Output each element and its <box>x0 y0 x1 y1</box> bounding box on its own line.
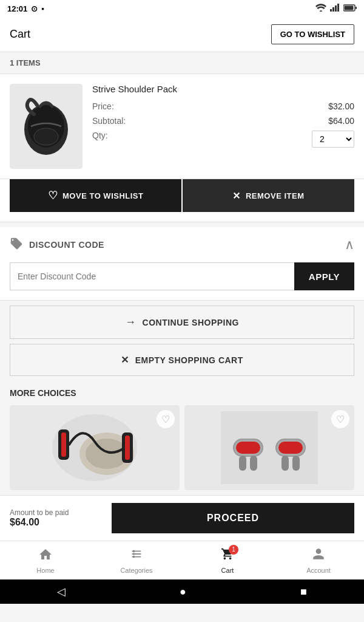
svg-rect-22 <box>250 456 257 471</box>
item-details: Strive Shoulder Pack Price: $32.00 Subto… <box>92 84 354 169</box>
cart-badge: 1 <box>229 545 238 555</box>
back-button[interactable]: ◁ <box>57 585 66 598</box>
svg-rect-21 <box>239 456 246 471</box>
action-buttons: ♡ MOVE TO WISHLIST ✕ REMOVE ITEM <box>0 179 364 222</box>
svg-rect-16 <box>125 436 130 460</box>
qty-label: Qty: <box>92 131 108 148</box>
nav-cart-label: Cart <box>221 567 234 574</box>
choice-card-1[interactable]: ♡ <box>10 405 180 490</box>
nav-account-label: Account <box>306 567 331 574</box>
svg-point-9 <box>34 128 58 145</box>
price-row: Price: $32.00 <box>92 101 354 111</box>
proceed-button[interactable]: PROCEED <box>112 503 354 533</box>
svg-rect-27 <box>292 456 300 471</box>
amount-label: Amount to be paid <box>10 508 102 517</box>
svg-rect-0 <box>330 9 332 12</box>
product-image-1 <box>10 405 180 490</box>
go-to-wishlist-button[interactable]: GO TO WISHLIST <box>271 24 354 44</box>
subtotal-value: $64.00 <box>328 116 354 126</box>
svg-point-28 <box>133 550 135 552</box>
arrow-right-icon: → <box>125 316 136 329</box>
empty-cart-button[interactable]: ✕ EMPTY SHOPPING CART <box>10 344 354 376</box>
time-display: 12:01 <box>7 4 27 13</box>
subtotal-row: Subtotal: $64.00 <box>92 116 354 126</box>
page-header: Cart GO TO WISHLIST <box>0 17 364 52</box>
product-image-2 <box>184 405 354 490</box>
discount-code-input[interactable] <box>10 262 294 290</box>
svg-rect-3 <box>337 4 339 12</box>
android-nav: ◁ ● ■ <box>0 579 364 604</box>
cart-item: Strive Shoulder Pack Price: $32.00 Subto… <box>10 84 354 169</box>
bottom-nav: Home Categories 1 Cart Account <box>0 541 364 579</box>
more-choices-grid: ♡ <box>10 405 354 490</box>
nav-home[interactable]: Home <box>0 541 91 579</box>
nav-categories-label: Categories <box>120 567 152 574</box>
svg-rect-26 <box>281 456 289 471</box>
home-button[interactable]: ● <box>180 586 186 598</box>
subtotal-label: Subtotal: <box>92 116 126 126</box>
items-count: 1 ITEMS <box>0 52 364 74</box>
svg-rect-6 <box>356 7 357 9</box>
discount-input-row: APPLY <box>0 262 364 300</box>
tag-icon <box>10 237 23 253</box>
svg-rect-20 <box>236 442 260 454</box>
categories-icon <box>129 547 144 564</box>
svg-rect-2 <box>335 5 337 12</box>
nav-categories[interactable]: Categories <box>91 541 182 579</box>
wifi-icon <box>315 3 326 14</box>
home-icon <box>38 547 53 564</box>
battery-icon: ▪ <box>41 4 44 13</box>
proceed-bar: Amount to be paid $64.00 PROCEED <box>0 495 364 541</box>
svg-point-30 <box>133 555 135 558</box>
battery-status-icon <box>343 3 357 14</box>
amount-info: Amount to be paid $64.00 <box>10 508 102 528</box>
wishlist-heart-2[interactable]: ♡ <box>331 410 349 428</box>
nav-account[interactable]: Account <box>273 541 364 579</box>
price-value: $32.00 <box>328 101 354 111</box>
status-bar: 12:01 ⊙ ▪ <box>0 0 364 17</box>
svg-rect-25 <box>278 442 303 454</box>
choice-card-2[interactable]: ♡ <box>184 405 354 490</box>
svg-rect-5 <box>345 6 354 10</box>
svg-point-12 <box>86 439 128 469</box>
move-to-wishlist-button[interactable]: ♡ MOVE TO WISHLIST <box>10 179 181 212</box>
discount-section: DISCOUNT CODE ∧ APPLY <box>0 227 364 301</box>
more-choices-section: MORE CHOICES <box>0 381 364 495</box>
nav-home-label: Home <box>36 567 54 574</box>
price-label: Price: <box>92 101 114 111</box>
item-name: Strive Shoulder Pack <box>92 84 354 94</box>
cart-item-container: Strive Shoulder Pack Price: $32.00 Subto… <box>0 74 364 179</box>
apply-discount-button[interactable]: APPLY <box>294 262 354 290</box>
trash-icon: ✕ <box>121 354 129 366</box>
chevron-up-icon: ∧ <box>345 237 354 253</box>
heart-icon: ♡ <box>48 189 58 202</box>
signal-icon <box>330 3 340 14</box>
account-icon <box>311 547 326 564</box>
bottom-actions: → CONTINUE SHOPPING ✕ EMPTY SHOPPING CAR… <box>0 301 364 381</box>
discount-header[interactable]: DISCOUNT CODE ∧ <box>0 227 364 262</box>
page-title: Cart <box>10 28 30 41</box>
recents-button[interactable]: ■ <box>300 586 307 598</box>
svg-rect-14 <box>61 432 66 457</box>
qty-row: Qty: 1 2 3 4 5 <box>92 131 354 148</box>
svg-point-29 <box>133 553 135 555</box>
remove-item-button[interactable]: ✕ REMOVE ITEM <box>183 179 354 212</box>
nav-cart[interactable]: 1 Cart <box>182 541 273 579</box>
delete-icon: ✕ <box>232 190 241 202</box>
cart-icon: 1 <box>220 547 235 564</box>
continue-shopping-button[interactable]: → CONTINUE SHOPPING <box>10 306 354 339</box>
discount-label: DISCOUNT CODE <box>29 240 104 250</box>
circle-icon: ⊙ <box>31 4 38 13</box>
more-choices-title: MORE CHOICES <box>10 388 354 398</box>
item-image <box>10 84 83 169</box>
wishlist-heart-1[interactable]: ♡ <box>157 410 175 428</box>
svg-rect-1 <box>332 7 334 12</box>
amount-value: $64.00 <box>10 517 102 528</box>
qty-select[interactable]: 1 2 3 4 5 <box>312 131 354 148</box>
